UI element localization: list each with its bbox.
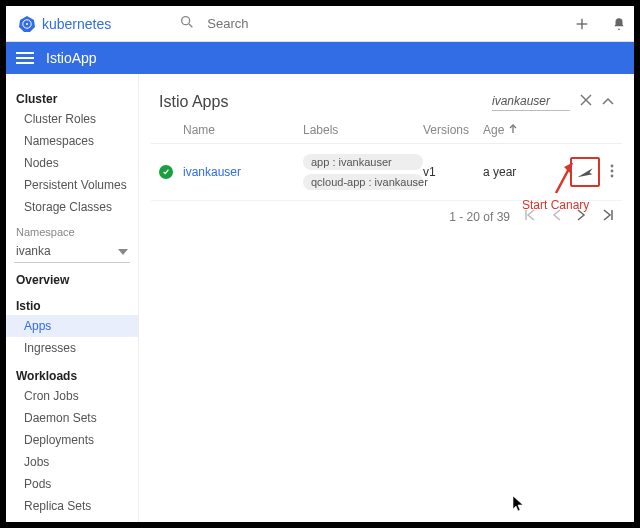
page-last-icon[interactable] <box>600 209 614 224</box>
namespace-select[interactable]: ivanka <box>14 242 130 263</box>
chevron-down-icon <box>118 244 128 258</box>
clear-filter-icon[interactable] <box>580 94 592 109</box>
notifications-icon[interactable] <box>612 16 626 32</box>
filter-input[interactable] <box>492 92 570 111</box>
create-icon[interactable] <box>574 16 590 32</box>
version-cell: v1 <box>423 165 483 179</box>
breadcrumb: IstioApp <box>46 50 97 66</box>
svg-point-13 <box>611 164 614 167</box>
logo-text: kubernetes <box>42 16 111 32</box>
page-title: Istio Apps <box>159 93 492 111</box>
page-prev-icon[interactable] <box>552 209 562 224</box>
label-chips: app : ivankauserqcloud-app : ivankauser <box>303 154 423 190</box>
start-canary-button[interactable] <box>570 157 600 187</box>
bluebar: IstioApp <box>6 42 634 74</box>
pager-range: 1 - 20 of 39 <box>449 210 510 224</box>
table-row: ivankauserapp : ivankauserqcloud-app : i… <box>151 144 622 201</box>
age-cell: a year <box>483 165 555 179</box>
col-versions[interactable]: Versions <box>423 123 483 137</box>
sidebar-item-cluster-roles[interactable]: Cluster Roles <box>6 108 138 130</box>
row-menu-icon[interactable] <box>610 164 614 181</box>
logo: kubernetes <box>18 15 111 33</box>
svg-point-15 <box>611 174 614 177</box>
svg-point-2 <box>26 23 28 25</box>
topbar: kubernetes <box>6 6 634 42</box>
table-header: Name Labels Versions Age <box>151 117 622 144</box>
sidebar-item-replica-sets[interactable]: Replica Sets <box>6 495 138 517</box>
sort-asc-icon <box>508 123 518 137</box>
sidebar-item-daemon-sets[interactable]: Daemon Sets <box>6 407 138 429</box>
namespace-label: Namespace <box>6 218 138 238</box>
sidebar-head-cluster: Cluster <box>6 88 138 108</box>
sidebar-item-cron-jobs[interactable]: Cron Jobs <box>6 385 138 407</box>
svg-line-4 <box>189 24 192 27</box>
pager: 1 - 20 of 39 <box>151 201 622 232</box>
sidebar-item-deployments[interactable]: Deployments <box>6 429 138 451</box>
sidebar-item-ingresses[interactable]: Ingresses <box>6 337 138 359</box>
col-name[interactable]: Name <box>183 123 303 137</box>
status-ok-icon <box>159 165 173 179</box>
sidebar-item-namespaces[interactable]: Namespaces <box>6 130 138 152</box>
sidebar-item-apps[interactable]: Apps <box>6 315 138 337</box>
search-input[interactable] <box>207 16 407 31</box>
col-labels[interactable]: Labels <box>303 123 423 137</box>
namespace-value: ivanka <box>16 244 51 258</box>
sidebar-head-workloads: Workloads <box>6 365 138 385</box>
sidebar-head-istio: Istio <box>6 295 138 315</box>
label-chip: app : ivankauser <box>303 154 423 170</box>
sidebar[interactable]: Cluster Cluster RolesNamespacesNodesPers… <box>6 74 139 522</box>
menu-icon[interactable] <box>16 51 34 65</box>
page-next-icon[interactable] <box>576 209 586 224</box>
label-chip: qcloud-app : ivankauser <box>303 174 423 190</box>
svg-point-3 <box>182 17 190 25</box>
col-age[interactable]: Age <box>483 123 555 137</box>
sidebar-item-nodes[interactable]: Nodes <box>6 152 138 174</box>
sidebar-item-replication-controllers[interactable]: Replication Controllers <box>6 517 138 522</box>
sidebar-item-storage-classes[interactable]: Storage Classes <box>6 196 138 218</box>
sidebar-item-persistent-volumes[interactable]: Persistent Volumes <box>6 174 138 196</box>
kubernetes-logo-icon <box>18 15 36 33</box>
main: Istio Apps Name Labels <box>139 74 634 522</box>
collapse-icon[interactable] <box>602 94 614 109</box>
svg-point-14 <box>611 169 614 172</box>
page-first-icon[interactable] <box>524 209 538 224</box>
sidebar-item-pods[interactable]: Pods <box>6 473 138 495</box>
search-wrap <box>179 14 407 33</box>
sidebar-item-jobs[interactable]: Jobs <box>6 451 138 473</box>
istio-apps-card: Istio Apps Name Labels <box>151 88 622 232</box>
sidebar-head-overview[interactable]: Overview <box>6 269 138 289</box>
app-link[interactable]: ivankauser <box>183 165 241 179</box>
search-icon <box>179 14 195 33</box>
